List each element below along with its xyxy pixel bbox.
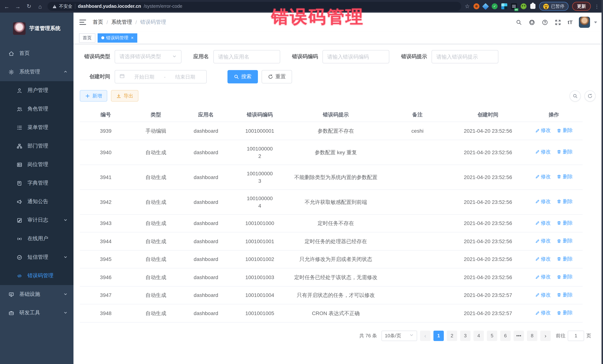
edit-button[interactable]: 修改 xyxy=(535,173,551,180)
tag-error-code[interactable]: 错误码管理 × xyxy=(98,33,137,43)
hamburger-icon[interactable] xyxy=(79,20,86,25)
page-button-8[interactable]: 8 xyxy=(527,331,537,341)
tag-home[interactable]: 首页 xyxy=(79,33,95,43)
edit-button[interactable]: 修改 xyxy=(535,273,551,281)
sidebar-item-dept-mgmt[interactable]: 部门管理 xyxy=(0,137,73,155)
refresh-button[interactable] xyxy=(584,90,596,101)
extension-grid-icon[interactable] xyxy=(501,3,507,9)
sidebar-item-dict-mgmt[interactable]: 字典管理 xyxy=(0,174,73,192)
reset-button[interactable]: 重置 xyxy=(262,70,292,83)
search-button[interactable]: 搜索 xyxy=(227,70,258,83)
edit-button[interactable]: 修改 xyxy=(535,255,551,263)
extension-green-check-icon[interactable]: ✓ xyxy=(492,3,498,9)
browser-forward-icon[interactable]: → xyxy=(14,3,22,10)
next-page-button[interactable]: › xyxy=(540,331,551,341)
url-bar[interactable]: 不安全 dashboard.yudao.iocoder.cn /system/e… xyxy=(47,2,461,11)
main-area: 首页 / 系统管理 / 错误码管理 tT 首页 xyxy=(73,13,603,364)
browser-scrollbar[interactable] xyxy=(602,0,603,364)
date-range-picker[interactable]: - xyxy=(115,70,207,83)
delete-button[interactable]: 删除 xyxy=(557,309,573,317)
delete-button[interactable]: 删除 xyxy=(557,273,573,281)
browser-back-icon[interactable]: ← xyxy=(3,3,10,10)
cell-actions: 修改 删除 xyxy=(525,250,583,268)
extension-frog-icon[interactable] xyxy=(521,3,527,9)
sidebar-item-menu-mgmt[interactable]: 菜单管理 xyxy=(0,118,73,137)
browser-update-button[interactable]: 更新 xyxy=(572,2,591,11)
page-size-select[interactable]: 10条/页 xyxy=(382,331,417,341)
help-icon[interactable] xyxy=(542,19,548,26)
delete-button[interactable]: 删除 xyxy=(557,255,573,263)
search-icon[interactable] xyxy=(516,19,522,26)
sidebar-item-home[interactable]: 首页 xyxy=(0,44,73,63)
edit-button[interactable]: 修改 xyxy=(535,237,551,245)
extensions-puzzle-icon[interactable] xyxy=(530,4,535,9)
error-hint-input[interactable] xyxy=(436,54,494,60)
sidebar-item-post-mgmt[interactable]: 岗位管理 xyxy=(0,155,73,174)
chevron-down-icon xyxy=(172,53,177,60)
avatar[interactable] xyxy=(579,17,590,28)
breadcrumb-system[interactable]: 系统管理 xyxy=(111,19,132,26)
toggle-search-button[interactable] xyxy=(570,90,581,101)
cell-code: 1001001002 xyxy=(232,251,288,268)
github-icon[interactable] xyxy=(529,19,535,26)
delete-button[interactable]: 删除 xyxy=(557,148,573,156)
page-button-6[interactable]: 6 xyxy=(500,331,510,341)
export-button[interactable]: 导出 xyxy=(111,90,139,101)
edit-button[interactable]: 修改 xyxy=(535,148,551,156)
font-size-control[interactable]: tT xyxy=(568,19,573,25)
extension-switch-icon[interactable]: on xyxy=(511,3,517,9)
avatar-caret-icon[interactable] xyxy=(594,21,597,23)
browser-home-icon[interactable]: ⌂ xyxy=(36,3,44,10)
sidebar-item-dev-tools[interactable]: 研发工具 xyxy=(0,304,73,322)
cell-id: 3946 xyxy=(80,269,132,286)
sidebar-item-online-user[interactable]: 在线用户 xyxy=(0,230,73,248)
sidebar-item-audit-log[interactable]: 审计日志 xyxy=(0,211,73,230)
extension-gem-icon[interactable] xyxy=(482,3,489,10)
delete-button[interactable]: 删除 xyxy=(557,219,573,227)
browser-menu-icon[interactable]: ⋮ xyxy=(594,3,599,9)
sidebar-item-sms-mgmt[interactable]: 短信管理 xyxy=(0,248,73,266)
delete-button[interactable]: 删除 xyxy=(557,198,573,205)
sidebar-item-user-mgmt[interactable]: 用户管理 xyxy=(0,81,73,100)
delete-button[interactable]: 删除 xyxy=(557,237,573,245)
page-button-3[interactable]: 3 xyxy=(460,331,471,341)
browser-reload-icon[interactable]: ↻ xyxy=(25,3,33,10)
close-icon[interactable]: × xyxy=(131,35,134,40)
sidebar-item-infrastructure[interactable]: 基础设施 xyxy=(0,285,73,304)
sidebar-item-system[interactable]: 系统管理 xyxy=(0,63,73,81)
edit-button[interactable]: 修改 xyxy=(535,309,551,317)
bookmark-star-icon[interactable]: ☆ xyxy=(465,3,470,10)
sidebar-item-notice[interactable]: 通知公告 xyxy=(0,192,73,211)
error-type-select[interactable]: 请选择错误码类型 xyxy=(115,50,181,63)
edit-button[interactable]: 修改 xyxy=(535,127,551,134)
edit-button[interactable]: 修改 xyxy=(535,291,551,298)
cell-id: 3947 xyxy=(80,287,132,304)
fullscreen-icon[interactable] xyxy=(555,19,561,26)
add-button[interactable]: 新增 xyxy=(80,90,107,101)
error-code-input[interactable] xyxy=(327,54,384,60)
delete-button[interactable]: 删除 xyxy=(557,173,573,180)
page-button-2[interactable]: 2 xyxy=(447,331,457,341)
delete-button[interactable]: 删除 xyxy=(557,127,573,134)
page-button-5[interactable]: 5 xyxy=(487,331,497,341)
end-date-input[interactable] xyxy=(168,74,202,79)
sidebar-logo[interactable]: 芋道管理系统 xyxy=(0,13,73,44)
sidebar-item-role-mgmt[interactable]: 角色管理 xyxy=(0,100,73,118)
extension-paused-badge[interactable]: 已暂停 xyxy=(539,2,568,11)
page-button-4[interactable]: 4 xyxy=(474,331,484,341)
page-button-1[interactable]: 1 xyxy=(433,331,444,341)
browser-chrome: ← → ↻ ⌂ 不安全 dashboard.yudao.iocoder.cn /… xyxy=(0,0,603,13)
goto-page-input[interactable] xyxy=(568,331,584,341)
cell-app: dashboard xyxy=(180,144,232,161)
sidebar-item-error-code[interactable]: 错误码管理 xyxy=(0,266,73,285)
table-row: 3943 自动生成 dashboard 1001001000 定时任务不存在 2… xyxy=(80,214,583,232)
extension-orange-icon[interactable] xyxy=(474,3,479,9)
start-date-input[interactable] xyxy=(128,74,161,79)
app-name-input[interactable] xyxy=(218,54,275,60)
prev-page-button[interactable]: ‹ xyxy=(420,331,430,341)
breadcrumb-home[interactable]: 首页 xyxy=(93,19,103,26)
edit-button[interactable]: 修改 xyxy=(535,219,551,227)
page-ellipsis[interactable]: ••• xyxy=(514,331,524,341)
delete-button[interactable]: 删除 xyxy=(557,291,573,298)
edit-button[interactable]: 修改 xyxy=(535,198,551,205)
